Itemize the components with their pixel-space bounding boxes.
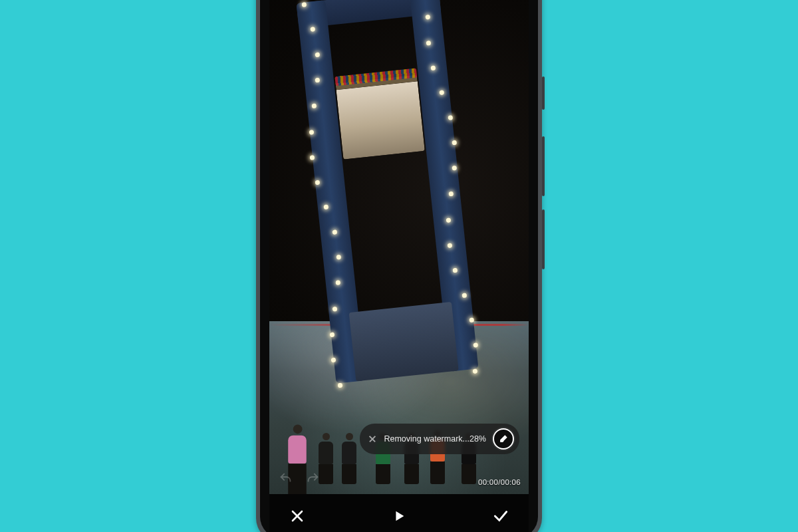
redo-icon — [305, 471, 320, 486]
play-icon — [392, 509, 406, 523]
toast-message: Removing watermark...28% — [384, 434, 486, 444]
confirm-button[interactable] — [491, 507, 510, 525]
timecode-total: 00:06 — [501, 478, 521, 486]
toast-message-text: Removing watermark... — [384, 434, 469, 444]
timecode-current: 00:00 — [478, 478, 498, 486]
watermark-progress-toast: Removing watermark...28% — [360, 424, 519, 454]
scene-person — [319, 433, 333, 484]
undo-redo-group — [279, 471, 320, 486]
undo-button[interactable] — [279, 471, 293, 486]
scene-person — [342, 433, 356, 484]
phone-device-frame: Removing watermark...28% 00:00/00:06 — [256, 0, 542, 532]
app-screen: Removing watermark...28% 00:00/00:06 — [269, 0, 529, 532]
cancel-button[interactable] — [288, 507, 307, 525]
redo-button[interactable] — [305, 471, 320, 486]
bottom-action-bar — [269, 494, 529, 532]
check-icon — [492, 507, 509, 525]
toast-close-button[interactable] — [368, 434, 377, 444]
timecode-readout: 00:00/00:06 — [478, 478, 521, 486]
phone-volume-down-button — [542, 209, 545, 269]
eraser-icon[interactable] — [493, 428, 514, 450]
play-button[interactable] — [390, 507, 408, 525]
phone-bezel: Removing watermark...28% 00:00/00:06 — [260, 0, 538, 532]
close-icon — [289, 508, 305, 524]
phone-volume-up-button — [542, 136, 545, 196]
undo-icon — [279, 471, 293, 486]
video-preview[interactable]: Removing watermark...28% 00:00/00:06 — [269, 0, 529, 494]
toast-progress-percent: 28% — [469, 434, 486, 444]
phone-side-button — [542, 76, 545, 110]
